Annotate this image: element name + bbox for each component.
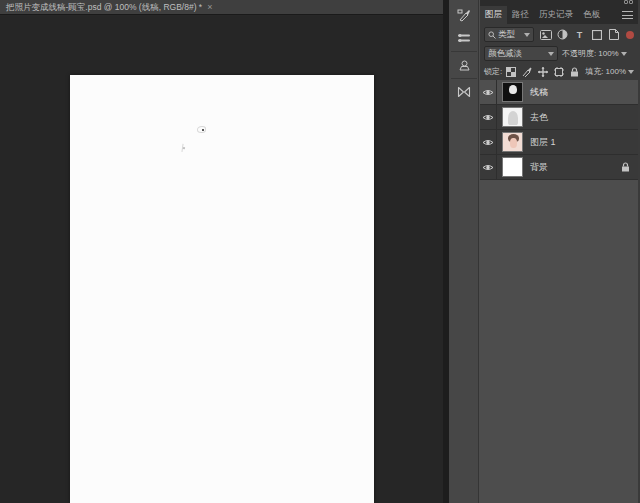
- layer-row-tuceng1[interactable]: 图层 1: [480, 130, 638, 155]
- layer-name: 图层 1: [530, 136, 556, 149]
- opacity-label: 不透明度:: [562, 48, 596, 59]
- collapse-panels-icon[interactable]: [624, 0, 634, 5]
- panel-menu-icon[interactable]: [622, 11, 633, 19]
- fill-control[interactable]: 填充: 100%: [585, 66, 634, 77]
- document-tab-title: 把照片变成线稿-顾宝.psd @ 100% (线稿, RGB/8#) *: [6, 2, 202, 14]
- layer-thumbnail[interactable]: [502, 157, 523, 177]
- type-filter-icon[interactable]: T: [573, 28, 586, 41]
- strip-divider: [451, 78, 477, 79]
- blend-mode-value: 颜色减淡: [488, 48, 522, 60]
- fill-value: 100%: [606, 67, 626, 76]
- filter-icons: T: [539, 28, 634, 41]
- document-tab[interactable]: 把照片变成线稿-顾宝.psd @ 100% (线稿, RGB/8#) * ×: [0, 0, 240, 15]
- photoshop-window: 把照片变成线稿-顾宝.psd @ 100% (线稿, RGB/8#) * ×: [0, 0, 640, 503]
- pixel-filter-icon[interactable]: [539, 28, 552, 41]
- chevron-down-icon: [548, 52, 554, 56]
- panel-dock: 图层 路径 历史记录 色板 类型: [449, 0, 640, 503]
- document-canvas[interactable]: [70, 75, 374, 503]
- opacity-value: 100%: [598, 49, 618, 58]
- visibility-eye-icon[interactable]: [480, 105, 497, 130]
- blend-opacity-row: 颜色减淡 不透明度: 100%: [480, 44, 638, 63]
- chevron-down-icon: [628, 70, 634, 74]
- search-icon: [488, 31, 496, 39]
- fill-label: 填充:: [585, 66, 603, 77]
- tab-layers[interactable]: 图层: [480, 6, 507, 24]
- tab-paths[interactable]: 路径: [507, 6, 534, 24]
- filter-type-dropdown[interactable]: 类型: [484, 27, 534, 42]
- layer-list: 线稿 去色 图层 1: [480, 80, 638, 180]
- filter-toggle-icon[interactable]: [626, 31, 634, 39]
- lock-pixels-icon[interactable]: [521, 66, 532, 77]
- glyphs-icon[interactable]: [456, 84, 472, 100]
- collapsed-panels-strip: [449, 0, 479, 503]
- visibility-eye-icon[interactable]: [480, 155, 497, 180]
- layer-lock-icon: [621, 158, 630, 176]
- chevron-down-icon: [621, 52, 627, 56]
- panel-column: 图层 路径 历史记录 色板 类型: [480, 0, 638, 503]
- strip-divider: [451, 51, 477, 52]
- tab-swatches[interactable]: 色板: [578, 6, 605, 24]
- lock-position-icon[interactable]: [537, 66, 548, 77]
- layer-name: 线稿: [530, 86, 548, 99]
- smart-object-filter-icon[interactable]: [607, 28, 620, 41]
- canvas-workspace: [0, 16, 443, 503]
- layer-name: 背景: [530, 161, 548, 174]
- sketch-line-mark: [197, 126, 206, 133]
- layer-thumbnail[interactable]: [502, 132, 523, 152]
- lock-label: 锁定:: [484, 66, 502, 77]
- panel-tab-bar: 图层 路径 历史记录 色板: [480, 6, 638, 24]
- layer-filter-row: 类型 T: [480, 24, 638, 44]
- document-tab-bar: 把照片变成线稿-顾宝.psd @ 100% (线稿, RGB/8#) * ×: [0, 0, 447, 15]
- lock-transparency-icon[interactable]: [505, 66, 516, 77]
- layer-row-xiangao[interactable]: 线稿: [480, 80, 638, 105]
- layers-panel-body: 类型 T: [480, 24, 638, 180]
- brush-settings-icon[interactable]: [456, 8, 472, 24]
- chevron-down-icon: [524, 33, 530, 37]
- visibility-eye-icon[interactable]: [480, 80, 497, 105]
- clone-source-icon[interactable]: [456, 57, 472, 73]
- opacity-control[interactable]: 不透明度: 100%: [562, 48, 627, 59]
- sketch-line-mark: [181, 144, 185, 152]
- tab-history[interactable]: 历史记录: [534, 6, 578, 24]
- layer-thumbnail[interactable]: [502, 107, 523, 127]
- lock-all-icon[interactable]: [569, 66, 580, 77]
- close-tab-icon[interactable]: ×: [207, 0, 212, 15]
- layer-thumbnail[interactable]: [502, 82, 523, 102]
- brushes-icon[interactable]: [456, 30, 472, 46]
- lock-artboard-icon[interactable]: [553, 66, 564, 77]
- layer-row-quse[interactable]: 去色: [480, 105, 638, 130]
- lock-fill-row: 锁定:: [480, 63, 638, 80]
- shape-filter-icon[interactable]: [590, 28, 603, 41]
- layer-name: 去色: [530, 111, 548, 124]
- layer-row-background[interactable]: 背景: [480, 155, 638, 180]
- lock-icons: [505, 66, 580, 77]
- adjustment-filter-icon[interactable]: [556, 28, 569, 41]
- filter-type-label: 类型: [498, 29, 515, 41]
- visibility-eye-icon[interactable]: [480, 130, 497, 155]
- blend-mode-dropdown[interactable]: 颜色减淡: [484, 46, 558, 61]
